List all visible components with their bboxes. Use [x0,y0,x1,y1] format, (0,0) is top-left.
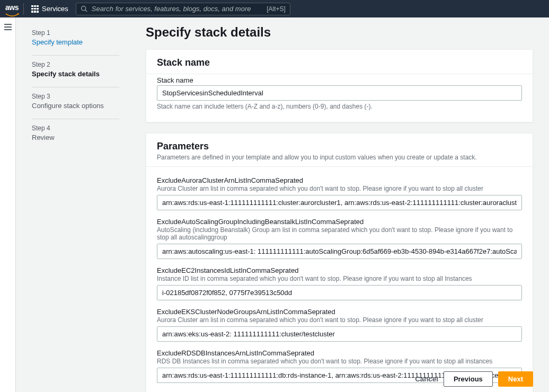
param-block: ExcludeEKSClusterNodeGroupsArnListInComm… [157,308,522,342]
param-description: Aurora Cluster arn list in comma separat… [157,316,522,324]
stack-name-field-label: Stack name [157,76,522,84]
aws-logo-text: aws [5,4,19,11]
step-separator [32,119,119,119]
stack-name-panel: Stack name Stack name Stack name can inc… [146,49,533,122]
aws-logo[interactable]: aws [5,3,24,15]
top-navbar: aws Services [Alt+S] [0,0,549,17]
param-input[interactable] [157,285,522,300]
step-label: Step 4 [32,124,130,132]
wizard-step-3[interactable]: Step 3 Configure stack options [32,88,130,118]
services-menu-button[interactable]: Services [29,4,70,14]
param-name: ExcludeRDSDBInstancesArnListInCommaSepra… [157,349,522,357]
param-description: RDS DB Instances list in comma separated… [157,358,522,365]
param-block: ExcludeEC2InstancesIdListInCommaSeprated… [157,266,522,300]
step-separator [32,87,119,87]
param-name: ExcludeAutoScalingGroupIncludingBeanstal… [157,218,522,226]
parameters-panel: Parameters Parameters are defined in you… [146,133,533,392]
param-description: Aurora Cluster arn list in comma separat… [157,185,522,192]
param-input[interactable] [157,326,522,342]
step-title: Review [32,133,130,141]
param-description: AutoScaling (includng Beanstalk) Group a… [157,226,522,241]
param-name: ExcludeEC2InstancesIdListInCommaSeprated [157,266,522,274]
step-label: Step 3 [32,93,130,100]
stack-name-heading: Stack name [157,57,522,68]
param-input[interactable] [157,244,522,259]
main-content: Specify stack details Stack name Stack n… [130,17,549,392]
wizard-step-2: Step 2 Specify stack details [32,57,130,86]
svg-line-1 [85,10,87,12]
search-icon [81,5,87,12]
step-separator [32,55,119,56]
step-label: Step 2 [32,61,130,68]
page-title: Specify stack details [146,25,533,40]
wizard-step-4[interactable]: Step 4 Review [32,120,130,149]
param-block: ExcludeAutoScalingGroupIncludingBeanstal… [157,218,522,259]
wizard-step-1[interactable]: Step 1 Specify template [32,25,130,54]
stack-name-input[interactable] [157,85,522,101]
services-grid-icon [31,5,39,13]
hamburger-icon[interactable] [4,24,12,30]
previous-button[interactable]: Previous [444,371,493,387]
param-block: ExcludeAuroraClusterArnListInCommaSeprat… [157,176,522,210]
param-name: ExcludeAuroraClusterArnListInCommaSeprat… [157,176,522,184]
step-title: Specify template [32,38,130,46]
wizard-footer: Cancel Previous Next [415,371,533,387]
global-search[interactable]: [Alt+S] [76,3,290,15]
search-shortcut-hint: [Alt+S] [267,5,286,13]
side-collapse-strip [0,17,16,392]
svg-point-0 [81,6,85,11]
wizard-sidebar: Step 1 Specify template Step 2 Specify s… [16,17,130,392]
step-title: Specify stack details [32,70,130,78]
step-title: Configure stack options [32,102,130,110]
step-label: Step 1 [32,29,130,37]
next-button[interactable]: Next [498,371,533,387]
parameters-heading: Parameters [157,141,522,152]
stack-name-help: Stack name can include letters (A-Z and … [157,103,522,110]
search-input[interactable] [92,5,262,13]
param-input[interactable] [157,195,522,210]
services-label: Services [42,5,68,13]
param-description: Instance ID list in comma separated whic… [157,275,522,282]
aws-smile-icon [5,11,19,14]
param-name: ExcludeEKSClusterNodeGroupsArnListInComm… [157,308,522,316]
cancel-button[interactable]: Cancel [415,375,438,383]
parameters-subheading: Parameters are defined in your template … [157,154,522,161]
